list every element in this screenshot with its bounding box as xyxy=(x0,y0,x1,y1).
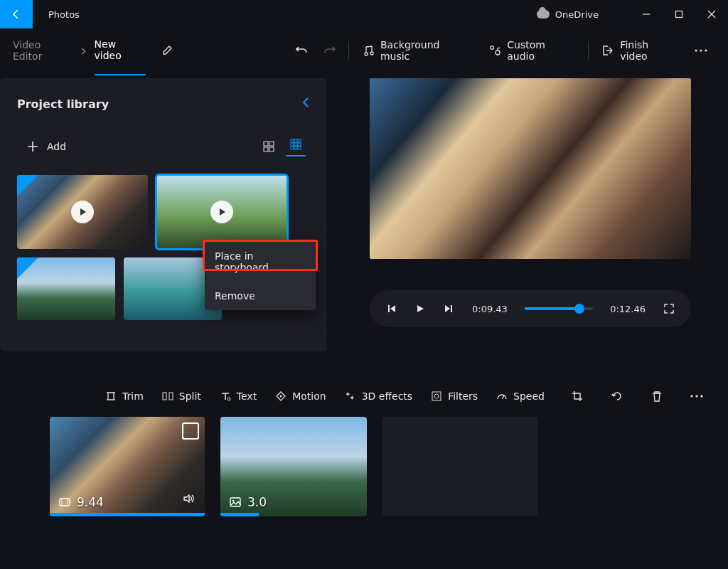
separator xyxy=(348,41,349,60)
grid-small-view-button[interactable] xyxy=(286,137,306,156)
play-button[interactable] xyxy=(411,304,429,314)
rename-button[interactable] xyxy=(161,44,174,57)
rotate-button[interactable] xyxy=(603,383,631,410)
svg-rect-22 xyxy=(169,393,173,400)
library-item[interactable] xyxy=(17,257,115,320)
storyboard-empty-slot[interactable] xyxy=(382,417,537,516)
crop-button[interactable] xyxy=(563,383,592,410)
text-icon xyxy=(220,390,231,402)
preview-frame[interactable] xyxy=(370,78,691,259)
svg-rect-25 xyxy=(432,392,441,400)
music-icon xyxy=(362,44,375,57)
undo-button[interactable] xyxy=(287,36,316,65)
svg-point-4 xyxy=(700,49,702,51)
storyboard-more-button[interactable] xyxy=(682,383,711,410)
svg-rect-12 xyxy=(298,139,301,142)
svg-rect-19 xyxy=(388,305,390,312)
storyboard-clip[interactable]: 9.44 xyxy=(50,417,205,516)
cloud-icon xyxy=(537,10,550,18)
onedrive-status[interactable]: OneDrive xyxy=(537,9,599,20)
current-time: 0:09.43 xyxy=(472,304,508,314)
svg-rect-1 xyxy=(676,11,682,18)
selection-checkbox[interactable] xyxy=(182,422,199,440)
breadcrumb[interactable]: Video Editor xyxy=(13,39,73,62)
grid-large-view-button[interactable] xyxy=(259,137,279,156)
background-music-button[interactable]: Background music xyxy=(353,36,480,65)
svg-point-3 xyxy=(695,49,697,51)
filters-icon xyxy=(431,390,442,402)
custom-audio-button[interactable]: Custom audio xyxy=(480,36,584,65)
preview-pane: 0:09.43 0:12.46 xyxy=(327,78,728,351)
clip-duration: 9.44 xyxy=(77,495,104,509)
maximize-button[interactable] xyxy=(663,0,695,28)
motion-button[interactable]: Motion xyxy=(267,383,334,410)
library-item[interactable] xyxy=(17,175,148,249)
clip-progress xyxy=(220,513,259,516)
svg-rect-11 xyxy=(294,139,297,142)
context-menu: Place in storyboard Remove xyxy=(205,242,316,310)
onedrive-label: OneDrive xyxy=(555,9,599,20)
used-flag-icon xyxy=(17,175,38,196)
redo-button[interactable] xyxy=(316,36,344,65)
storyboard-toolbar: Trim Split Text Motion 3D effects Filter… xyxy=(0,376,728,417)
project-name[interactable]: New video xyxy=(95,38,146,75)
filters-button[interactable]: Filters xyxy=(422,383,486,410)
3d-effects-button[interactable]: 3D effects xyxy=(336,383,422,410)
image-icon xyxy=(229,496,242,509)
delete-button[interactable] xyxy=(643,383,671,410)
prev-frame-button[interactable] xyxy=(382,304,401,314)
svg-rect-20 xyxy=(451,305,452,312)
svg-point-2 xyxy=(491,46,494,50)
speed-button[interactable]: Speed xyxy=(488,383,553,410)
minimize-button[interactable] xyxy=(630,0,663,28)
used-flag-icon xyxy=(17,257,38,279)
storyboard-clip[interactable]: 3.0 xyxy=(220,417,367,516)
context-menu-place-in-storyboard[interactable]: Place in storyboard xyxy=(205,242,316,282)
clip-progress xyxy=(50,513,205,516)
svg-point-28 xyxy=(695,395,697,397)
command-bar: Video Editor New video Background music … xyxy=(0,28,728,73)
volume-button[interactable] xyxy=(182,492,195,508)
collapse-library-button[interactable] xyxy=(301,97,310,111)
svg-rect-21 xyxy=(163,393,166,400)
export-icon xyxy=(601,44,614,57)
clip-duration: 3.0 xyxy=(247,495,267,509)
total-time: 0:12.46 xyxy=(610,304,646,314)
seek-bar[interactable] xyxy=(525,307,593,310)
svg-rect-16 xyxy=(291,147,294,149)
svg-point-5 xyxy=(705,49,707,51)
add-media-button[interactable]: Add xyxy=(17,141,66,152)
chevron-right-icon xyxy=(80,44,87,58)
playback-controls: 0:09.43 0:12.46 xyxy=(370,290,691,327)
more-button[interactable] xyxy=(687,36,715,65)
next-frame-button[interactable] xyxy=(439,304,458,314)
split-button[interactable]: Split xyxy=(154,383,210,410)
library-item[interactable] xyxy=(156,175,287,249)
split-icon xyxy=(162,390,173,402)
seek-knob[interactable] xyxy=(574,304,584,314)
finish-video-button[interactable]: Finish video xyxy=(593,36,687,65)
svg-rect-13 xyxy=(291,143,294,146)
seek-fill xyxy=(525,307,576,310)
text-button[interactable]: Text xyxy=(211,383,265,410)
video-icon xyxy=(58,496,71,509)
svg-rect-6 xyxy=(264,142,268,146)
title-bar: Photos OneDrive xyxy=(0,0,728,28)
fullscreen-button[interactable] xyxy=(660,304,678,314)
project-library-panel: Project library Add xyxy=(0,78,327,351)
close-button[interactable] xyxy=(695,0,728,28)
svg-rect-15 xyxy=(298,143,301,146)
svg-point-27 xyxy=(690,395,692,397)
sparkle-icon xyxy=(345,390,356,402)
svg-point-29 xyxy=(700,395,702,397)
context-menu-remove[interactable]: Remove xyxy=(205,282,316,310)
play-icon xyxy=(210,201,233,223)
back-button[interactable] xyxy=(0,0,33,28)
preview-image xyxy=(370,78,691,259)
plus-icon xyxy=(27,141,38,152)
svg-rect-8 xyxy=(264,147,268,151)
svg-point-34 xyxy=(232,500,235,502)
app-title: Photos xyxy=(33,9,80,20)
trim-button[interactable]: Trim xyxy=(97,383,152,410)
svg-rect-9 xyxy=(269,147,274,151)
